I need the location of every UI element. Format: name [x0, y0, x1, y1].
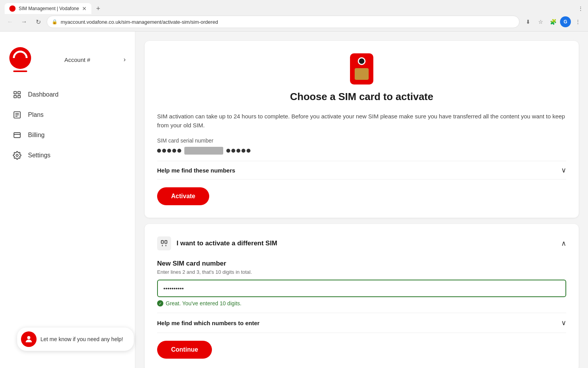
- profile-avatar: G: [560, 16, 571, 27]
- settings-icon: [12, 151, 22, 160]
- vodafone-logo: [9, 47, 31, 72]
- sim-header: Choose a SIM card to activate: [157, 53, 566, 103]
- billing-icon: [12, 130, 22, 140]
- chat-message: Let me know if you need any help!: [40, 336, 123, 342]
- profile-button[interactable]: G: [560, 16, 571, 27]
- different-sim-accordion-header[interactable]: I want to activate a different SIM ∧: [157, 236, 566, 250]
- browser-chrome: SIM Management | Vodafone ✕ + ⋮ ← → ↻ 🔒 …: [0, 0, 588, 32]
- sidebar-item-billing[interactable]: Billing: [9, 125, 126, 145]
- dot-group-1: [157, 149, 181, 153]
- tab-title: SIM Management | Vodafone: [19, 6, 79, 11]
- new-tab-button[interactable]: +: [93, 3, 103, 14]
- sim-card-icon: [350, 53, 373, 85]
- sim-swap-icon: [157, 236, 171, 250]
- lock-icon: 🔒: [52, 19, 58, 25]
- tab-bar: SIM Management | Vodafone ✕ + ⋮: [0, 0, 588, 14]
- plans-icon: [12, 110, 22, 120]
- different-sim-card: I want to activate a different SIM ∧ New…: [145, 224, 579, 368]
- plans-label: Plans: [28, 111, 44, 118]
- reload-button[interactable]: ↻: [33, 16, 44, 27]
- back-button[interactable]: ←: [5, 16, 16, 27]
- vodafone-logo-circle: [9, 47, 31, 69]
- sidebar-nav: Dashboard Plans: [9, 85, 126, 166]
- forward-button[interactable]: →: [19, 16, 30, 27]
- sim-icon-chip: [355, 68, 369, 80]
- page-title: Choose a SIM card to activate: [290, 91, 433, 103]
- tab-favicon: [9, 5, 16, 12]
- address-bar-row: ← → ↻ 🔒 myaccount.vodafone.co.uk/sim-man…: [0, 14, 588, 31]
- help-numbers-chevron-icon: ∨: [561, 319, 566, 327]
- account-chevron-icon: ›: [124, 56, 126, 63]
- tab-close-button[interactable]: ✕: [82, 5, 87, 12]
- svg-point-10: [16, 154, 18, 157]
- accordion-body: New SIM card number Enter lines 2 and 3,…: [157, 250, 566, 359]
- more-button[interactable]: ⋮: [572, 16, 583, 27]
- dashboard-label: Dashboard: [28, 91, 58, 98]
- app-layout: Account # › Dashboard: [0, 32, 588, 368]
- extensions-button[interactable]: 🧩: [548, 16, 558, 27]
- sidebar: Account # › Dashboard: [0, 32, 135, 368]
- chat-widget[interactable]: Let me know if you need any help!: [17, 328, 134, 351]
- choose-sim-card: Choose a SIM card to activate SIM activa…: [145, 41, 579, 218]
- svg-rect-3: [18, 95, 20, 98]
- sidebar-item-settings[interactable]: Settings: [9, 145, 126, 166]
- svg-rect-13: [165, 241, 167, 243]
- sim-serial-dots: [157, 147, 566, 155]
- svg-rect-8: [14, 133, 21, 138]
- billing-label: Billing: [28, 132, 45, 139]
- toolbar-icons: ⬇ ☆ 🧩 G ⋮: [523, 16, 583, 27]
- success-message: ✓ Great. You've entered 10 digits.: [157, 300, 566, 306]
- address-bar[interactable]: 🔒 myaccount.vodafone.co.uk/sim-managemen…: [47, 16, 520, 28]
- settings-label: Settings: [28, 152, 51, 159]
- svg-point-11: [27, 336, 30, 339]
- sim-icon-top: [358, 57, 366, 65]
- description-text: SIM activation can take up to 24 hours t…: [157, 112, 566, 130]
- sim-serial-label: SIM card serial number: [157, 137, 566, 144]
- main-content: Choose a SIM card to activate SIM activa…: [135, 32, 588, 368]
- redacted-block: [184, 147, 223, 155]
- svg-rect-12: [161, 241, 164, 243]
- new-sim-input[interactable]: [157, 280, 566, 297]
- sidebar-item-plans[interactable]: Plans: [9, 105, 126, 125]
- different-sim-chevron-icon: ∧: [561, 239, 566, 248]
- different-sim-title: I want to activate a different SIM: [177, 239, 277, 247]
- vodafone-underline: [13, 70, 27, 72]
- success-text: Great. You've entered 10 digits.: [166, 300, 242, 306]
- activate-button[interactable]: Activate: [157, 187, 209, 205]
- account-row[interactable]: Account # ›: [9, 47, 126, 72]
- account-label: Account #: [64, 56, 90, 63]
- url-text: myaccount.vodafone.co.uk/sim-management/…: [61, 19, 514, 25]
- help-chevron-icon: ∨: [561, 166, 566, 174]
- new-sim-label: New SIM card number: [157, 260, 566, 268]
- accordion-left: I want to activate a different SIM: [157, 236, 277, 250]
- help-find-numbers-label: Help me find which numbers to enter: [157, 320, 259, 326]
- dashboard-icon: [12, 90, 22, 99]
- bookmark-button[interactable]: ☆: [535, 16, 546, 27]
- continue-button[interactable]: Continue: [157, 341, 212, 359]
- menu-button[interactable]: ⋮: [578, 5, 583, 12]
- help-find-numbers-accordion[interactable]: Help me find these numbers ∨: [157, 161, 566, 180]
- active-tab[interactable]: SIM Management | Vodafone ✕: [5, 3, 91, 14]
- svg-rect-1: [18, 92, 20, 94]
- svg-rect-2: [14, 95, 16, 98]
- svg-rect-0: [14, 92, 16, 94]
- dot-group-2: [226, 149, 250, 153]
- download-button[interactable]: ⬇: [523, 16, 534, 27]
- success-icon: ✓: [157, 300, 163, 306]
- chat-avatar: [21, 331, 37, 347]
- help-find-label: Help me find these numbers: [157, 167, 235, 174]
- sidebar-item-dashboard[interactable]: Dashboard: [9, 85, 126, 105]
- help-find-numbers-accordion2[interactable]: Help me find which numbers to enter ∨: [157, 313, 566, 333]
- new-sim-hint: Enter lines 2 and 3, that's 10 digits in…: [157, 269, 566, 275]
